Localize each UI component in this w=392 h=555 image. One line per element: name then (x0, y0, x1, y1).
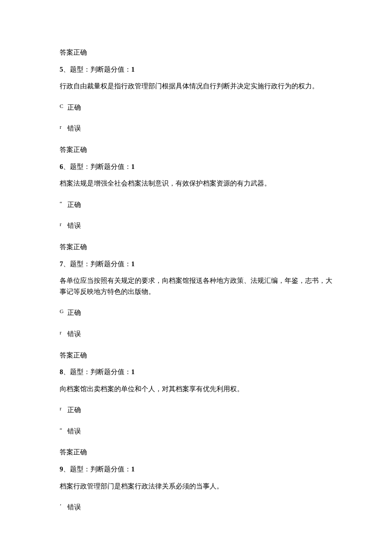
score-value: 1 (131, 368, 135, 375)
option: r错误 (60, 328, 332, 340)
score-value: 1 (131, 260, 135, 267)
question-text: 行政自由裁量权是指行政管理部门根据具体情况自行判断并决定实施行政行为的权力。 (60, 81, 332, 92)
question-number: 7 (60, 260, 63, 267)
option-marker: r (60, 123, 67, 132)
option-marker: C (60, 102, 67, 111)
type-value: 判断题 (90, 260, 111, 267)
option: r错误 (60, 220, 332, 231)
type-value: 判断题 (90, 66, 111, 73)
option: C正确 (60, 102, 332, 113)
option-marker: “ (60, 199, 67, 208)
option-marker: r (60, 404, 67, 413)
option-text: 错误 (67, 330, 81, 337)
type-value: 判断题 (90, 368, 111, 375)
option: r正确 (60, 404, 332, 416)
document-body: 答案正确5、题型：判断题分值：1行政自由裁量权是指行政管理部门根据具体情况自行判… (60, 47, 332, 513)
question-number: 9 (60, 465, 63, 473)
question-number: 5 (60, 66, 63, 73)
option-text: 错误 (67, 503, 81, 511)
separator: 、 (63, 260, 70, 267)
option: “正确 (60, 199, 332, 210)
option-text: 正确 (67, 309, 81, 316)
separator: 、 (63, 368, 70, 375)
question-header: 6、题型：判断题分值：1 (60, 161, 332, 172)
score-label: 分值： (111, 163, 131, 170)
type-label: 题型： (70, 465, 90, 473)
type-label: 题型： (70, 163, 90, 170)
option-marker: “ (60, 426, 67, 435)
score-label: 分值： (111, 368, 131, 375)
option-text: 正确 (67, 406, 81, 413)
separator: 、 (63, 163, 70, 170)
question-header: 9、题型：判断题分值：1 (60, 464, 332, 475)
option-text: 正确 (67, 201, 81, 208)
score-label: 分值： (111, 66, 131, 73)
question-text: 各单位应当按照有关规定的要求，向档案馆报送各种地方政策、法规汇编，年鉴，志书，大… (60, 275, 332, 297)
score-value: 1 (131, 465, 135, 473)
type-label: 题型： (70, 66, 90, 73)
answer-result: 答案正确 (60, 350, 332, 361)
answer-result: 答案正确 (60, 47, 332, 58)
score-label: 分值： (111, 260, 131, 267)
question-text: 向档案馆出卖档案的单位和个人，对其档案享有优先利用权。 (60, 384, 332, 395)
separator: 、 (63, 465, 70, 473)
option-text: 正确 (67, 104, 81, 111)
option-text: 错误 (67, 222, 81, 229)
type-label: 题型： (70, 260, 90, 267)
score-value: 1 (131, 163, 135, 170)
question-text: 档案法规是增强全社会档案法制意识，有效保护档案资源的有力武器。 (60, 178, 332, 189)
score-label: 分值： (111, 465, 131, 473)
question-header: 7、题型：判断题分值：1 (60, 259, 332, 270)
type-value: 判断题 (90, 465, 111, 473)
option-text: 错误 (67, 427, 81, 435)
option-marker: r (60, 220, 67, 229)
question-header: 8、题型：判断题分值：1 (60, 366, 332, 378)
option: G正确 (60, 307, 332, 318)
question-text: 档案行政管理部门是档案行政法律关系必须的当事人。 (60, 481, 332, 492)
option-marker: ’ (60, 502, 67, 511)
question-number: 8 (60, 368, 63, 375)
answer-result: 答案正确 (60, 241, 332, 253)
option-marker: G (60, 307, 67, 316)
option: r错误 (60, 123, 332, 134)
option-marker: r (60, 328, 67, 337)
option: “错误 (60, 426, 332, 437)
score-value: 1 (131, 66, 135, 73)
option: ’错误 (60, 502, 332, 513)
answer-result: 答案正确 (60, 447, 332, 458)
type-value: 判断题 (90, 163, 111, 170)
option-text: 错误 (67, 125, 81, 132)
answer-result: 答案正确 (60, 144, 332, 155)
question-header: 5、题型：判断题分值：1 (60, 64, 332, 75)
separator: 、 (63, 66, 70, 73)
question-number: 6 (60, 163, 63, 170)
type-label: 题型： (70, 368, 90, 375)
